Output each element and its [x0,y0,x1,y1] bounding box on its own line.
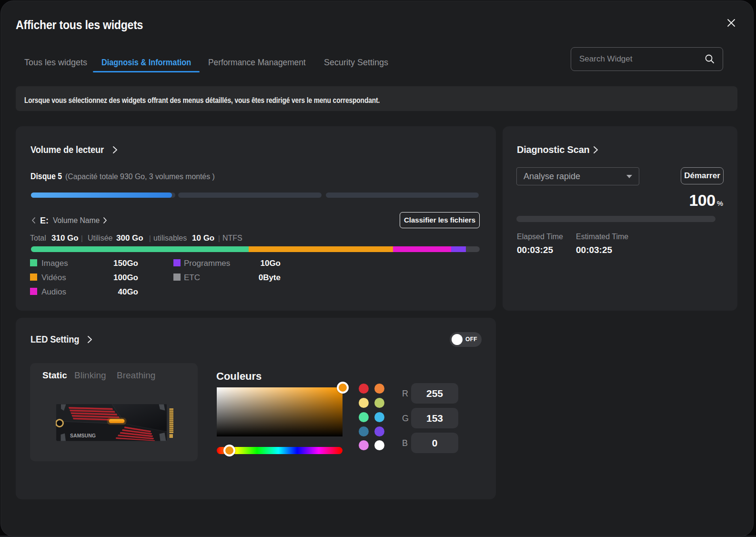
svg-text:SAMSUNG: SAMSUNG [70,433,96,438]
